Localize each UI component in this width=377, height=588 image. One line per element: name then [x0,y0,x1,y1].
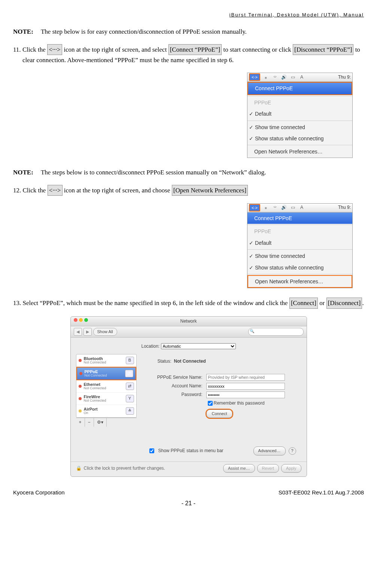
open-network-pref-ref: [Open Network Preferences] [172,185,248,196]
status-dot-icon [79,409,82,412]
menu-show-time[interactable]: Show time connected [247,122,352,133]
menu-show-time-label: Show time connected [255,124,305,130]
menu-open-preferences[interactable]: Open Network Preferences… [247,275,352,288]
menu-open-preferences[interactable]: Open Network Preferences… [247,146,352,157]
location-select[interactable]: Automatic [161,343,236,349]
menu-show-status[interactable]: Show status while connecting [247,133,352,144]
step-12: 12. Click the <···> icon at the top righ… [13,185,364,196]
pppoe-menubar-icon[interactable]: <·> [249,73,260,81]
status-dot-icon [79,372,82,375]
search-input[interactable] [248,328,304,336]
sidebar-item-bluetooth[interactable]: BluetoothNot ConnectedB [76,354,136,367]
sidebar-item-ethernet[interactable]: EthernetNot Connected⇄ [76,380,136,393]
status-dot-icon [79,385,82,388]
account-input[interactable] [206,383,285,390]
menubar-top: <·> ⁎ ⌔ 🔊 ▭ A Thu 9: [247,204,352,212]
footer-left: Kyocera Corporation [13,488,65,497]
note-text: The steps below is to connect/disconnect… [41,169,266,176]
forward-button[interactable]: ▶ [83,328,92,336]
status-dot-icon [79,359,82,362]
pppoe-icon-ref: <···> [48,185,63,196]
note-1: NOTE: The step below is for easy connect… [13,27,364,37]
back-button[interactable]: ◀ [74,328,82,336]
note-2: NOTE: The steps below is to connect/disc… [13,167,364,177]
window-toolbar: ◀▶ Show All [71,326,307,338]
menu-show-time-label: Show time connected [255,253,305,259]
sidebar-item-pppoe[interactable]: PPPoENot Connected⇄ [76,367,136,380]
menu-default[interactable]: Default [247,108,352,119]
remember-password-checkbox[interactable] [208,401,213,406]
bluetooth-icon: ⁎ [262,204,269,211]
location-row: Location: Automatic [71,338,307,354]
step-number: 13. [13,299,21,307]
assist-button[interactable]: Assist me… [223,464,255,473]
wifi-icon: ⌔ [271,74,278,81]
help-button[interactable]: ? [289,447,296,455]
window-title: Network [180,319,197,324]
step-text: Click the [22,46,47,53]
menubar-top: <·> ⁎ ⌔ 🔊 ▭ A Thu 9: [247,73,352,82]
advanced-button[interactable]: Advanced… [253,447,286,456]
page-number: - 21 - [13,499,364,508]
menu-default-label: Default [255,240,271,246]
status-value: Not Connected [174,359,206,364]
step-text: or [318,299,326,307]
menu-default[interactable]: Default [247,237,352,249]
clock-text: Thu 9: [338,204,351,211]
pppoe-icon-ref: <···> [47,44,62,55]
connect-pppoe-ref: [Connect “PPPoE”] [168,44,222,55]
menubar-dropdown-screenshot-1: <·> ⁎ ⌔ 🔊 ▭ A Thu 9: Connect PPPoE PPPoE… [247,73,353,158]
connect-button[interactable]: Connect [206,409,233,418]
step-13: 13. Select “PPPoE”, which must be the na… [13,298,364,308]
step-number: 12. [13,187,21,194]
traffic-lights[interactable] [74,318,88,322]
sidebar-gear-button[interactable]: ⚙▾ [94,418,107,427]
disconnect-pppoe-ref: [Disconnect “PPPoE”] [293,44,353,55]
pppoe-service-input[interactable] [206,374,285,381]
service-type-icon: B [126,357,134,364]
sidebar-item-airport[interactable]: AirPortOn≙ [76,405,136,417]
pppoe-menubar-icon[interactable]: <·> [249,204,260,211]
menubar-dropdown-screenshot-2: <·> ⁎ ⌔ 🔊 ▭ A Thu 9: Connect PPPoE PPPoE… [247,203,353,288]
menu-show-status[interactable]: Show status while connecting [247,262,352,273]
menu-pppoe-header: PPPoE [247,97,352,108]
volume-icon: 🔊 [280,204,287,211]
manual-header: iBurst Terminal, Desktop Model (UTW), Ma… [13,11,364,19]
network-preferences-window: Network ◀▶ Show All Location: Automatic … [70,316,307,477]
step-11: 11. Click the <···> icon at the top righ… [13,44,364,65]
password-label: Password: [143,391,206,398]
account-label: Account Name: [143,383,206,390]
sidebar-item-label: EthernetNot Connected [84,382,106,390]
sidebar-item-label: AirPortOn [84,407,98,415]
sidebar-item-firewire[interactable]: FireWireNot ConnectedY [76,393,136,405]
battery-icon: ▭ [289,204,296,211]
menu-connect-pppoe[interactable]: Connect PPPoE [247,82,352,95]
password-input[interactable] [206,392,285,398]
page-footer: Kyocera Corporation S03T-EE002 Rev.1.01 … [13,488,364,497]
lock-icon[interactable]: 🔒 [76,465,82,472]
note-text: The step below is for easy connection/di… [41,28,247,35]
menu-default-label: Default [255,111,271,117]
menu-connect-pppoe[interactable]: Connect PPPoE [247,213,352,224]
location-label: Location: [141,344,159,349]
wifi-icon: ⌔ [271,204,278,211]
step-text: icon at the top right of screen, and cho… [63,187,172,194]
menu-show-time[interactable]: Show time connected [247,250,352,262]
menu-show-status-label: Show status while connecting [255,135,324,141]
sidebar-item-label: FireWireNot Connected [84,394,106,403]
remove-service-button[interactable]: − [85,418,94,427]
sidebar-item-label: BluetoothNot Connected [84,356,106,365]
add-service-button[interactable]: + [76,418,85,427]
apply-button[interactable]: Apply [281,464,301,473]
footer-right: S03T-EE002 Rev.1.01 Aug.7.2008 [279,488,364,497]
show-all-button[interactable]: Show All [93,328,117,336]
service-type-icon: Y [126,395,134,402]
show-status-checkbox[interactable] [149,448,154,453]
volume-icon: 🔊 [280,74,287,81]
input-icon: A [298,74,305,81]
service-type-icon: ≙ [126,407,134,415]
revert-button[interactable]: Revert [257,464,279,473]
status-row: Status: Not Connected [143,354,301,372]
note-label: NOTE: [13,167,39,177]
menu-show-status-label: Show status while connecting [255,265,324,271]
